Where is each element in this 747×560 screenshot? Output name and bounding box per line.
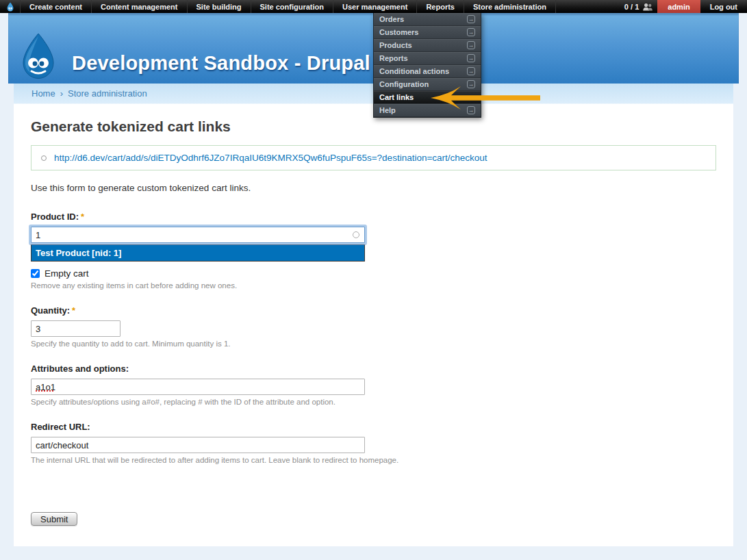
empty-cart-description: Remove any existing items in cart before… [31,281,716,290]
redirect-url-description: The internal URL that will be redirected… [31,456,716,464]
menu-item-label: Products [379,41,412,49]
menu-item-help[interactable]: Help → [374,104,481,117]
attributes-input[interactable] [31,379,365,395]
breadcrumb-home-link[interactable]: Home [31,88,55,99]
submenu-arrow-icon: → [467,80,475,88]
empty-cart-form-item: Empty cart Remove any existing items in … [31,268,716,290]
product-id-input[interactable] [31,227,365,243]
submenu-arrow-icon: → [467,54,475,62]
attributes-label: Attributes and options: [31,364,716,374]
menu-item-label: Orders [379,15,404,23]
empty-cart-label[interactable]: Empty cart [45,268,89,279]
drupal-logo [16,32,60,80]
quantity-input[interactable] [31,320,121,337]
autocomplete-throbber-icon [353,231,359,238]
product-id-label-text: Product ID: [31,212,79,222]
autocomplete-suggestion[interactable]: Test Product [nid: 1] [31,244,365,262]
product-id-form-item: Product ID:* Test Product [nid: 1] [31,212,716,262]
submenu-arrow-icon: → [467,106,475,114]
logout-button[interactable]: Log out [700,0,747,13]
product-id-label: Product ID:* [31,212,716,222]
admin-toolbar: Create content Content management Site b… [0,0,747,13]
generated-cart-link[interactable]: http://d6.dev/cart/add/s/diETDyOdhrf6JZo… [54,153,488,163]
product-id-autocomplete-wrap: Test Product [nid: 1] [31,227,365,262]
menu-item-label: Customers [379,28,418,36]
store-administration-dropdown: Orders → Customers → Products → Reports … [373,13,481,118]
main-content: Generate tokenized cart links http://d6.… [14,104,733,546]
breadcrumb-separator: › [60,88,63,99]
menu-item-conditional-actions[interactable]: Conditional actions → [374,65,481,78]
required-marker: * [81,212,84,222]
menu-item-label: Conditional actions [379,67,449,75]
quantity-label-text: Quantity: [31,305,70,316]
quantity-label: Quantity:* [31,305,716,316]
menu-item-label: Reports [379,54,408,62]
redirect-url-form-item: Redirect URL: The internal URL that will… [31,422,716,464]
online-users-count: 0 / 1 [616,0,657,13]
toolbar-item-site-configuration[interactable]: Site configuration [251,0,334,13]
menu-item-label: Cart links [379,93,414,101]
drupal-droplet-icon [6,2,14,12]
drupal-toolbar-icon[interactable] [0,0,21,13]
site-title[interactable]: Development Sandbox - Drupal 6 [72,52,387,75]
quantity-form-item: Quantity:* Specify the quantity to add t… [31,305,716,348]
quantity-description: Specify the quantity to add to cart. Min… [31,340,716,348]
submit-button[interactable]: Submit [31,512,77,526]
submenu-arrow-icon: → [467,15,475,23]
page-title: Generate tokenized cart links [31,118,716,135]
list-bullet-icon [41,155,47,161]
toolbar-item-store-administration[interactable]: Store administration [464,0,556,13]
attributes-input-wrap [31,379,365,395]
form-intro-text: Use this form to generate custom tokeniz… [31,183,716,193]
menu-item-label: Help [379,106,396,114]
menu-item-reports[interactable]: Reports → [374,52,481,65]
empty-cart-checkbox[interactable] [31,269,40,278]
users-icon [642,3,653,11]
menu-item-label: Configuration [379,80,429,88]
admin-user-badge[interactable]: admin [657,0,700,13]
toolbar-item-user-management[interactable]: User management [333,0,417,13]
attributes-description: Specify attributes/options using a#o#, r… [31,398,716,406]
menu-item-orders[interactable]: Orders → [374,13,481,26]
redirect-url-input[interactable] [31,437,365,453]
breadcrumb-store-administration-link[interactable]: Store administration [68,88,147,99]
status-message-box: http://d6.dev/cart/add/s/diETDyOdhrf6JZo… [31,145,716,170]
toolbar-item-create-content[interactable]: Create content [21,0,92,13]
menu-item-cart-links[interactable]: Cart links [374,91,481,104]
required-marker: * [72,305,75,316]
online-count-label: 0 / 1 [624,3,639,11]
menu-item-products[interactable]: Products → [374,39,481,52]
redirect-url-label: Redirect URL: [31,422,716,432]
toolbar-item-content-management[interactable]: Content management [92,0,187,13]
submenu-arrow-icon: → [467,28,475,36]
toolbar-spacer [556,0,616,13]
submenu-arrow-icon: → [467,41,475,49]
submenu-arrow-icon: → [467,67,475,75]
toolbar-item-site-building[interactable]: Site building [188,0,251,13]
menu-item-configuration[interactable]: Configuration → [374,78,481,91]
attributes-form-item: Attributes and options: Specify attribut… [31,364,716,406]
toolbar-item-reports[interactable]: Reports [417,0,464,13]
menu-item-customers[interactable]: Customers → [374,26,481,39]
